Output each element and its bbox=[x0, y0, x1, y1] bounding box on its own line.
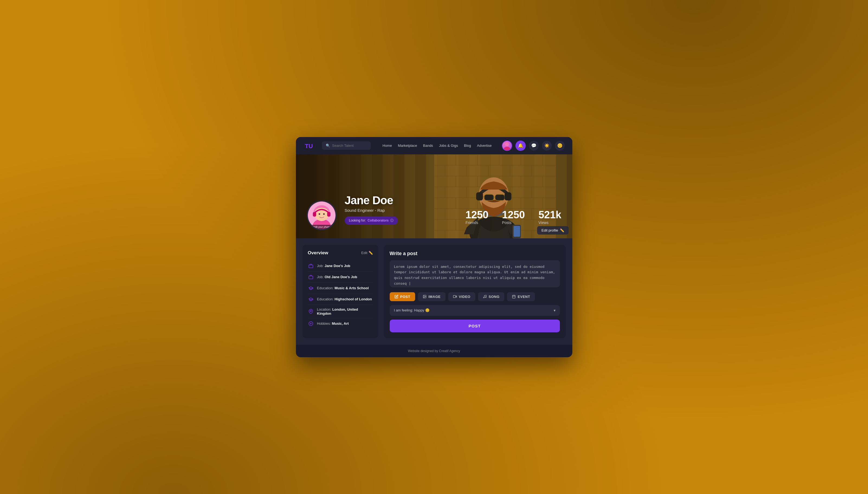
looking-for-value: Collaborators bbox=[368, 218, 389, 222]
nav-link-advertise[interactable]: Advertise bbox=[477, 144, 492, 148]
messages-button[interactable]: 💬 bbox=[529, 141, 539, 151]
svg-rect-80 bbox=[454, 296, 456, 298]
edit-profile-label: Edit profile bbox=[541, 228, 558, 232]
post-type-buttons: POST IMAGE VIDEO bbox=[390, 292, 560, 301]
search-input[interactable] bbox=[332, 144, 367, 148]
nav-link-blog[interactable]: Blog bbox=[464, 144, 471, 148]
post-type-post-button[interactable]: POST bbox=[390, 292, 415, 301]
svg-point-78 bbox=[424, 296, 424, 296]
overview-item-edu1: Education: Music & Arts School bbox=[308, 283, 373, 294]
nav-link-bands[interactable]: Bands bbox=[423, 144, 433, 148]
looking-for-text: Looking for: bbox=[349, 218, 366, 222]
nav-link-home[interactable]: Home bbox=[383, 144, 392, 148]
graduation-cap-icon-1 bbox=[308, 285, 314, 291]
search-icon: 🔍 bbox=[326, 144, 330, 148]
footer: Website designed by Creatif Agency bbox=[296, 345, 572, 357]
nav-link-marketplace[interactable]: Marketplace bbox=[398, 144, 417, 148]
svg-point-3 bbox=[504, 147, 510, 151]
svg-rect-62 bbox=[504, 192, 511, 201]
post-btn-label: POST bbox=[400, 294, 410, 299]
search-bar[interactable]: 🔍 bbox=[322, 141, 371, 150]
svg-rect-83 bbox=[513, 295, 515, 298]
post-type-song-button[interactable]: SONG bbox=[478, 292, 504, 301]
hero-person-illustration bbox=[434, 154, 556, 238]
edit-icon: ✏️ bbox=[560, 228, 564, 232]
post-type-image-button[interactable]: IMAGE bbox=[418, 292, 445, 301]
svg-point-82 bbox=[485, 297, 486, 298]
svg-text:TU: TU bbox=[305, 143, 313, 150]
emoji-button[interactable]: 😊 bbox=[555, 141, 565, 151]
overview-item-location: Location: London, United Kingdon bbox=[308, 305, 373, 318]
svg-point-75 bbox=[310, 310, 311, 312]
post-submit-label: POST bbox=[468, 324, 481, 328]
friends-label: Friends bbox=[466, 221, 478, 225]
hobbies-text: Hobbies: Music, Art bbox=[317, 322, 349, 325]
video-btn-label: VIDEO bbox=[459, 294, 470, 299]
job1-text: Job: Jane Doe's Job bbox=[317, 264, 350, 268]
avatar-image bbox=[502, 141, 512, 150]
logo: TU bbox=[303, 140, 314, 151]
friends-count: 1250 bbox=[466, 210, 488, 220]
event-btn-label: EVENT bbox=[518, 294, 530, 299]
stat-friends: 1250 Friends bbox=[466, 210, 488, 225]
overview-item-job2: Job: Old Jane Doe's Job bbox=[308, 272, 373, 283]
nav-links: Home Marketplace Bands Jobs & Gigs Blog … bbox=[383, 144, 497, 148]
svg-rect-56 bbox=[484, 194, 494, 201]
post-type-video-button[interactable]: VIDEO bbox=[448, 292, 475, 301]
stat-posts: 1250 Posts bbox=[502, 210, 525, 225]
svg-point-70 bbox=[318, 213, 320, 215]
posts-count: 1250 bbox=[502, 210, 525, 220]
navbar: TU 🔍 Home Marketplace Bands Jobs & Gigs … bbox=[296, 137, 572, 154]
job2-text: Job: Old Jane Doe's Job bbox=[317, 275, 357, 279]
looking-for-badge[interactable]: Looking for: Collaborators ⓘ bbox=[345, 216, 398, 225]
main-content: Overview Edit ✏️ Job: Jane Doe's bbox=[296, 238, 572, 345]
profile-stats: 1250 Friends 1250 Posts 521k Views bbox=[466, 210, 561, 225]
svg-rect-72 bbox=[309, 265, 313, 268]
post-panel-title: Write a post bbox=[390, 251, 560, 256]
post-textarea[interactable]: Lorem ipsum dolor sit amet, consectetur … bbox=[390, 260, 560, 287]
nav-link-jobs[interactable]: Jobs & Gigs bbox=[439, 144, 458, 148]
svg-rect-61 bbox=[476, 192, 483, 201]
edit-profile-button[interactable]: Edit profile ✏️ bbox=[537, 226, 568, 234]
views-count: 521k bbox=[538, 210, 561, 220]
edu1-text: Education: Music & Arts School bbox=[317, 286, 369, 290]
briefcase-icon-1 bbox=[308, 263, 314, 269]
svg-rect-57 bbox=[495, 194, 504, 201]
chevron-down-icon: ▾ bbox=[554, 308, 556, 312]
svg-rect-64 bbox=[514, 226, 520, 237]
user-avatar[interactable] bbox=[502, 140, 512, 151]
info-icon: ⓘ bbox=[390, 218, 393, 223]
theme-button[interactable]: ☀️ bbox=[542, 141, 552, 151]
emoji-icon: 😊 bbox=[557, 143, 562, 148]
post-type-event-button[interactable]: EVENT bbox=[507, 292, 535, 301]
profile-name: Jane Doe bbox=[345, 194, 398, 207]
svg-point-81 bbox=[483, 297, 484, 298]
svg-point-2 bbox=[505, 142, 509, 146]
post-panel: Write a post Lorem ipsum dolor sit amet,… bbox=[384, 245, 566, 338]
overview-panel: Overview Edit ✏️ Job: Jane Doe's bbox=[302, 245, 378, 338]
notification-button[interactable]: 🔔 bbox=[515, 140, 526, 151]
feeling-row[interactable]: I am feeling: Happy 😊 ▾ bbox=[390, 305, 560, 316]
post-submit-button[interactable]: POST bbox=[390, 320, 560, 332]
profile-avatar-wrapper: Edit your photo bbox=[307, 201, 337, 230]
pencil-icon: ✏️ bbox=[369, 251, 373, 255]
edit-photo-label[interactable]: Edit your photo bbox=[308, 225, 335, 229]
svg-rect-68 bbox=[313, 212, 316, 216]
stat-views: 521k Views bbox=[538, 210, 561, 225]
overview-item-job1: Job: Jane Doe's Job bbox=[308, 261, 373, 272]
edu2-text: Education: Highschool of London bbox=[317, 297, 372, 301]
app-window: TU 🔍 Home Marketplace Bands Jobs & Gigs … bbox=[296, 137, 572, 357]
overview-edit-button[interactable]: Edit ✏️ bbox=[361, 251, 373, 255]
feeling-text: I am feeling: Happy 😊 bbox=[394, 308, 430, 312]
profile-title: Sound Engineer - Rap bbox=[345, 208, 398, 213]
map-pin-icon bbox=[308, 308, 314, 315]
overview-item-hobbies: Hobbies: Music, Art bbox=[308, 318, 373, 329]
heart-icon bbox=[308, 321, 314, 327]
footer-text: Website designed by Creatif Agency bbox=[408, 349, 460, 353]
overview-title: Overview bbox=[308, 250, 329, 256]
profile-avatar[interactable]: Edit your photo bbox=[307, 201, 337, 230]
hero-banner: Edit your photo Jane Doe Sound Engineer … bbox=[296, 154, 572, 238]
image-btn-label: IMAGE bbox=[428, 294, 441, 299]
hero-content: Jane Doe Sound Engineer - Rap Looking fo… bbox=[345, 194, 398, 225]
song-btn-label: SONG bbox=[488, 294, 499, 299]
